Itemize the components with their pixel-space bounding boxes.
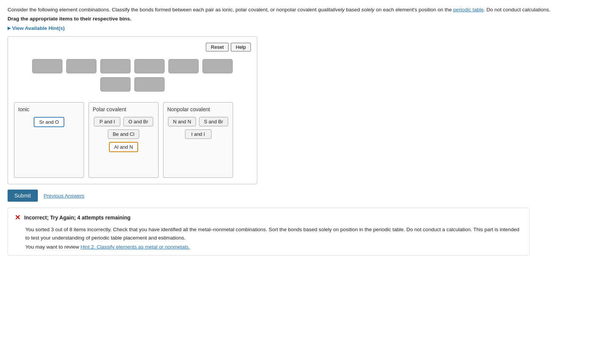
hint-toggle[interactable]: View Available Hint(s)	[8, 25, 583, 31]
drag-item-5[interactable]	[168, 59, 199, 73]
item-sr-and-o[interactable]: Sr and O	[34, 117, 64, 127]
bin-ionic: Ionic Sr and O	[14, 102, 84, 178]
hint-toggle-label: View Available Hint(s)	[12, 25, 65, 31]
item-s-and-br[interactable]: S and Br	[199, 117, 228, 126]
feedback-title: Incorrect; Try Again; 4 attempts remaini…	[24, 215, 131, 221]
polar-row-1: P and I O and Br	[94, 117, 153, 126]
item-be-and-cl[interactable]: Be and Cl	[108, 129, 139, 139]
drag-item-1[interactable]	[32, 59, 62, 73]
item-i-and-i[interactable]: I and I	[185, 129, 212, 139]
item-al-and-n[interactable]: Al and N	[109, 142, 138, 152]
feedback-header: ✕ Incorrect; Try Again; 4 attempts remai…	[15, 213, 523, 222]
instruction-text: Consider the following element combinati…	[8, 6, 583, 14]
drag-item-6[interactable]	[202, 59, 233, 73]
feedback-hint-prefix: You may want to review	[25, 244, 79, 250]
submit-button[interactable]: Submit	[8, 190, 38, 202]
bin-nonpolar-covalent: Nonpolar covalent N and N S and Br I and…	[163, 102, 233, 178]
drag-item-3[interactable]	[100, 59, 131, 73]
bin-polar-label: Polar covalent	[93, 106, 154, 112]
feedback-body1: You sorted 3 out of 8 items incorrectly.…	[25, 226, 523, 242]
instruction-qualifier3: on each element's position on the	[376, 7, 452, 12]
instruction-main: Consider the following element combinati…	[8, 7, 316, 12]
bin-ionic-items: Sr and O	[18, 117, 80, 127]
item-o-and-br[interactable]: O and Br	[123, 117, 153, 126]
drag-item-4[interactable]	[134, 59, 165, 73]
periodic-table-link[interactable]: periodic table	[453, 7, 484, 12]
instruction-based: based	[346, 7, 362, 12]
activity-container: Reset Help Ionic Sr and O Polar covalent	[8, 36, 257, 184]
bottom-actions: Submit Previous Answers	[8, 190, 583, 202]
drag-item-8[interactable]	[134, 77, 165, 92]
bin-ionic-label: Ionic	[18, 106, 80, 112]
bin-polar-covalent: Polar covalent P and I O and Br Be and C…	[89, 102, 159, 178]
previous-answers-link[interactable]: Previous Answers	[44, 193, 84, 199]
instruction-suffix: . Do not conduct calculations.	[484, 7, 550, 12]
item-p-and-i[interactable]: P and I	[94, 117, 120, 126]
drag-item-2[interactable]	[66, 59, 96, 73]
hint2-link[interactable]: Hint 2. Classify elements as metal or no…	[81, 244, 190, 250]
bins-row: Ionic Sr and O Polar covalent P and I O …	[14, 102, 251, 178]
feedback-hint: You may want to review Hint 2. Classify …	[25, 244, 523, 250]
instruction-italic1: qualitatively	[318, 7, 345, 12]
drag-item-7[interactable]	[100, 77, 131, 92]
bin-nonpolar-label: Nonpolar covalent	[167, 106, 229, 112]
bin-nonpolar-items: N and N S and Br I and I	[167, 117, 229, 139]
feedback-box: ✕ Incorrect; Try Again; 4 attempts remai…	[8, 208, 530, 255]
instruction-italic2: solely	[361, 7, 375, 12]
drag-items-area	[14, 59, 251, 92]
incorrect-icon: ✕	[15, 213, 20, 222]
drag-instruction: Drag the appropriate items to their resp…	[8, 16, 583, 22]
help-button[interactable]: Help	[231, 43, 251, 51]
toolbar: Reset Help	[14, 43, 251, 51]
item-n-and-n[interactable]: N and N	[168, 117, 196, 126]
nonpolar-row-1: N and N S and Br	[168, 117, 228, 126]
bin-polar-items: P and I O and Br Be and Cl Al and N	[93, 117, 154, 152]
reset-button[interactable]: Reset	[206, 43, 229, 51]
